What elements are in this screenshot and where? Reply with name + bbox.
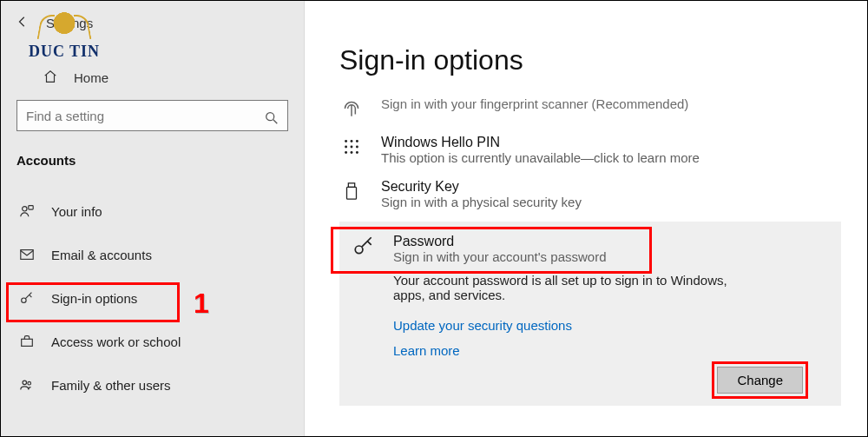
mail-icon <box>18 246 36 263</box>
option-subtitle: Sign in with your fingerprint scanner (R… <box>381 96 688 111</box>
svg-rect-17 <box>348 183 354 188</box>
sidebar: Settings Home Accounts Your info <box>1 1 305 436</box>
option-title: Windows Hello PIN <box>381 135 700 150</box>
search-box[interactable] <box>16 100 288 131</box>
nav-email-accounts[interactable]: Email & accounts <box>1 233 304 276</box>
update-security-questions-link[interactable]: Update your security questions <box>393 318 829 333</box>
option-subtitle: This option is currently unavailable—cli… <box>381 150 700 165</box>
nav-label: Sign-in options <box>51 291 137 306</box>
option-pin[interactable]: Windows Hello PIN This option is current… <box>339 128 841 172</box>
header-row: Settings <box>16 10 288 36</box>
svg-point-7 <box>28 381 31 385</box>
svg-rect-3 <box>21 250 33 260</box>
svg-point-0 <box>266 113 274 121</box>
option-title: Password <box>393 234 607 249</box>
svg-point-19 <box>355 246 363 254</box>
fingerprint-icon <box>339 96 364 121</box>
nav-label: Access work or school <box>51 334 181 349</box>
svg-point-1 <box>23 207 27 211</box>
key-icon <box>352 234 376 258</box>
svg-point-14 <box>345 151 347 154</box>
pin-keypad-icon <box>339 135 364 159</box>
window-title: Settings <box>46 16 93 30</box>
svg-point-16 <box>356 151 358 154</box>
learn-more-link[interactable]: Learn more <box>393 343 829 358</box>
svg-rect-2 <box>29 206 33 210</box>
svg-point-9 <box>351 140 353 142</box>
option-subtitle: Sign in with your account's password <box>393 249 607 264</box>
svg-point-12 <box>351 146 353 149</box>
nav-sign-in-options[interactable]: Sign-in options <box>1 276 304 320</box>
nav-label: Email & accounts <box>51 248 152 262</box>
usb-key-icon <box>339 179 364 203</box>
nav-family-users[interactable]: Family & other users <box>1 363 304 407</box>
key-icon <box>18 289 36 307</box>
home-icon <box>43 69 58 87</box>
nav-list: Your info Email & accounts Sign-in optio… <box>1 189 304 407</box>
briefcase-icon <box>18 333 36 350</box>
search-icon <box>264 110 279 126</box>
main-panel: Sign-in options Sign in with your finger… <box>305 1 867 436</box>
option-password-expanded: Password Sign in with your account's pas… <box>339 222 841 406</box>
back-arrow-icon[interactable] <box>16 16 29 30</box>
option-fingerprint[interactable]: Sign in with your fingerprint scanner (R… <box>339 89 841 128</box>
svg-point-13 <box>356 146 358 149</box>
home-nav[interactable]: Home <box>16 69 288 87</box>
password-status: Your account password is all set up to s… <box>393 273 740 302</box>
change-button[interactable]: Change <box>717 367 803 394</box>
svg-point-11 <box>345 146 347 149</box>
category-title: Accounts <box>16 153 288 168</box>
svg-rect-18 <box>347 187 357 199</box>
option-title: Security Key <box>381 179 582 195</box>
option-subtitle: Sign in with a physical security key <box>381 195 582 209</box>
people-icon <box>18 376 36 394</box>
home-label: Home <box>74 70 108 85</box>
svg-point-6 <box>23 381 27 385</box>
nav-label: Family & other users <box>51 378 171 393</box>
svg-point-10 <box>356 140 358 142</box>
nav-access-work-school[interactable]: Access work or school <box>1 320 304 363</box>
svg-point-15 <box>351 151 353 154</box>
svg-point-8 <box>345 140 347 142</box>
search-input[interactable] <box>16 100 288 131</box>
option-security-key[interactable]: Security Key Sign in with a physical sec… <box>339 172 841 216</box>
nav-your-info[interactable]: Your info <box>1 189 304 233</box>
user-icon <box>18 202 36 220</box>
svg-rect-5 <box>22 339 33 346</box>
nav-label: Your info <box>51 204 102 219</box>
option-password[interactable]: Password Sign in with your account's pas… <box>352 234 829 264</box>
page-title: Sign-in options <box>339 44 841 76</box>
